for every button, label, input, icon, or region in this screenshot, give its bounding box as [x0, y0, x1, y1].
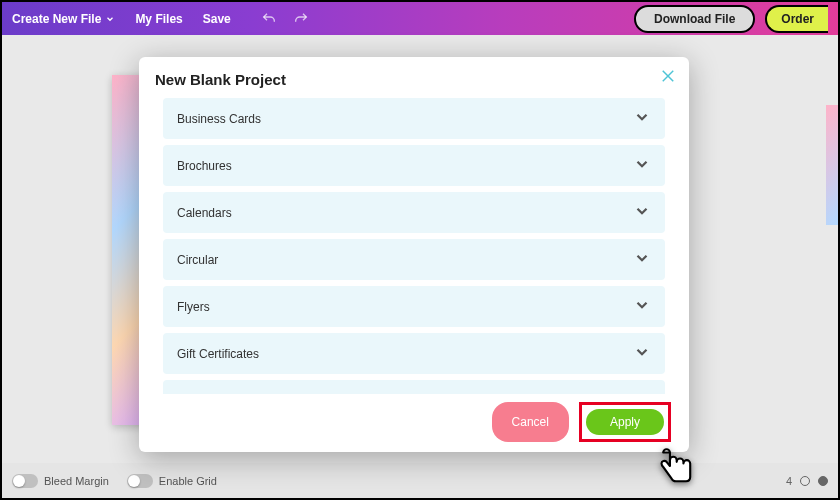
- category-item[interactable]: Circular: [163, 239, 665, 280]
- bleed-margin-label: Bleed Margin: [44, 475, 109, 487]
- zoom-in-icon[interactable]: [818, 476, 828, 486]
- apply-highlight-box: Apply: [579, 402, 671, 442]
- cancel-button[interactable]: Cancel: [492, 402, 569, 442]
- chevron-down-icon: [633, 108, 651, 129]
- new-blank-project-modal: New Blank Project Business Cards Brochur…: [139, 57, 689, 452]
- zoom-out-icon[interactable]: [800, 476, 810, 486]
- zoom-value: 4: [786, 475, 792, 487]
- modal-close-button[interactable]: [659, 67, 677, 85]
- order-button[interactable]: Order: [765, 5, 828, 33]
- chevron-down-icon: [633, 155, 651, 176]
- apply-label: Apply: [610, 415, 640, 429]
- save-link[interactable]: Save: [203, 12, 231, 26]
- chevron-down-icon: [633, 202, 651, 223]
- order-label: Order: [781, 12, 814, 26]
- undo-icon[interactable]: [261, 11, 277, 27]
- category-item[interactable]: Calendars: [163, 192, 665, 233]
- download-file-button[interactable]: Download File: [634, 5, 755, 33]
- create-new-file-label: Create New File: [12, 12, 101, 26]
- enable-grid-label: Enable Grid: [159, 475, 217, 487]
- category-item[interactable]: Brochures: [163, 145, 665, 186]
- bleed-margin-toggle[interactable]: Bleed Margin: [12, 474, 109, 488]
- category-label: Gift Certificates: [177, 347, 259, 361]
- category-label: Brochures: [177, 159, 232, 173]
- category-list[interactable]: Business Cards Brochures Calendars Circu…: [151, 98, 677, 394]
- create-new-file-menu[interactable]: Create New File: [12, 12, 115, 26]
- apply-button[interactable]: Apply: [586, 409, 664, 435]
- chevron-down-icon: [105, 14, 115, 24]
- modal-title: New Blank Project: [151, 71, 677, 88]
- category-label: Business Cards: [177, 112, 261, 126]
- category-item[interactable]: Flyers: [163, 286, 665, 327]
- close-icon: [659, 67, 677, 85]
- toggle-icon: [127, 474, 153, 488]
- category-label: Flyers: [177, 300, 210, 314]
- artboard-preview-right: [826, 105, 838, 225]
- chevron-down-icon: [633, 343, 651, 364]
- chevron-down-icon: [633, 296, 651, 317]
- my-files-link[interactable]: My Files: [135, 12, 182, 26]
- toggle-icon: [12, 474, 38, 488]
- category-item[interactable]: Business Cards: [163, 98, 665, 139]
- category-item[interactable]: Greeting Cards: [163, 380, 665, 394]
- enable-grid-toggle[interactable]: Enable Grid: [127, 474, 217, 488]
- category-item[interactable]: Gift Certificates: [163, 333, 665, 374]
- category-label: Circular: [177, 253, 218, 267]
- redo-icon[interactable]: [293, 11, 309, 27]
- bottom-status-bar: Bleed Margin Enable Grid 4: [2, 463, 838, 498]
- save-label: Save: [203, 12, 231, 26]
- top-menu-bar: Create New File My Files Save Download F…: [2, 2, 838, 35]
- category-label: Calendars: [177, 206, 232, 220]
- chevron-down-icon: [633, 249, 651, 270]
- cancel-label: Cancel: [512, 415, 549, 429]
- my-files-label: My Files: [135, 12, 182, 26]
- download-file-label: Download File: [654, 12, 735, 26]
